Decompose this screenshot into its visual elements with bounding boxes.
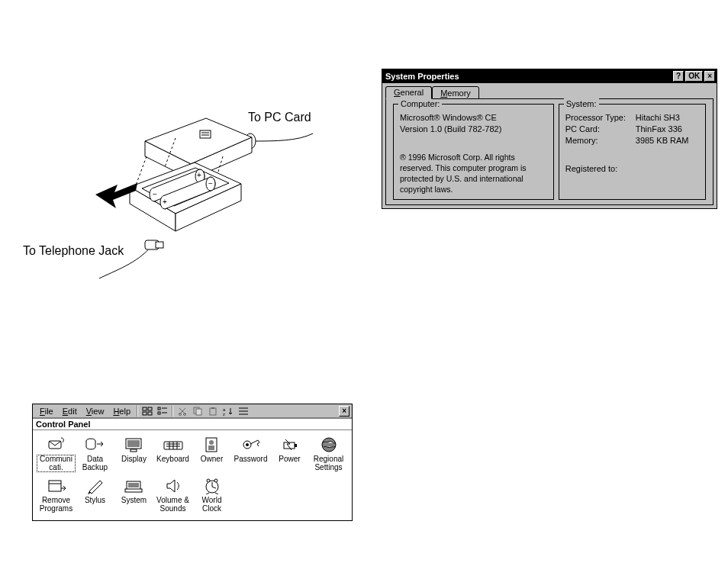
- titlebar: System Properties ? OK ×: [382, 69, 717, 83]
- svg-rect-1: [200, 130, 211, 138]
- label-pccard: PC Card:: [565, 124, 636, 135]
- system-properties-dialog: System Properties ? OK × General Memory …: [382, 69, 717, 209]
- svg-rect-21: [148, 412, 152, 415]
- svg-rect-24: [158, 412, 160, 414]
- label-registered-to: Registered to:: [565, 163, 699, 175]
- tabstrip: General Memory: [385, 86, 714, 99]
- cp-icon-grid: Communicati. Data Backup Display Keyboar…: [33, 430, 352, 520]
- close-button[interactable]: ×: [704, 71, 715, 82]
- svg-point-26: [179, 413, 182, 415]
- cp-caption: Control Panel: [33, 418, 352, 430]
- control-panel-window: File Edit View Help az × Control Panel: [32, 404, 353, 521]
- svg-point-55: [322, 438, 336, 452]
- label-to-telephone-jack: To Telephone Jack: [23, 244, 124, 258]
- icon-password[interactable]: Password: [232, 436, 269, 471]
- hardware-diagram: To PC Card To Telephone Jack: [23, 111, 343, 294]
- menu-help[interactable]: Help: [108, 406, 135, 417]
- icon-regional-settings[interactable]: Regional Settings: [310, 436, 347, 471]
- svg-rect-59: [128, 483, 139, 487]
- speaker-icon: [163, 478, 184, 494]
- help-button[interactable]: ?: [673, 71, 684, 82]
- svg-rect-29: [196, 409, 201, 415]
- icon-keyboard[interactable]: Keyboard: [154, 436, 192, 471]
- value-processor: Hitachi SH3: [636, 112, 680, 124]
- svg-rect-17: [156, 242, 163, 248]
- device-illustration: − + + −: [23, 111, 343, 294]
- svg-rect-30: [210, 408, 216, 415]
- globe-icon: [318, 436, 340, 453]
- ok-button[interactable]: OK: [685, 71, 703, 82]
- svg-point-52: [246, 443, 249, 446]
- toolbar-details[interactable]: [237, 405, 250, 417]
- icon-owner[interactable]: Owner: [193, 436, 230, 471]
- toolbar-small-icons[interactable]: [156, 405, 169, 417]
- svg-rect-20: [143, 412, 147, 415]
- power-icon: [279, 436, 301, 453]
- title-text: System Properties: [385, 72, 459, 81]
- label-processor: Processor Type:: [565, 112, 636, 124]
- svg-text:−: −: [153, 190, 157, 198]
- svg-point-64: [207, 479, 210, 482]
- display-icon: [124, 436, 145, 453]
- label-memory: Memory:: [565, 135, 636, 146]
- icon-system[interactable]: System: [115, 478, 153, 513]
- svg-rect-19: [148, 407, 152, 410]
- menubar: File Edit View Help az ×: [33, 404, 352, 418]
- svg-text:−: −: [208, 179, 213, 188]
- os-line1: Microsoft® Windows® CE: [400, 112, 547, 124]
- clock-icon: [201, 478, 223, 494]
- tab-general[interactable]: General: [385, 86, 432, 99]
- label-to-pc-card: To PC Card: [248, 111, 311, 124]
- copyright-text: ® 1996 Microsoft Corp. All rights reserv…: [400, 152, 547, 195]
- icon-remove-programs[interactable]: Remove Programs: [37, 478, 75, 513]
- svg-rect-50: [208, 446, 214, 450]
- toolbar-cut[interactable]: [176, 405, 189, 417]
- menu-view[interactable]: View: [82, 406, 109, 417]
- backup-icon: [85, 436, 106, 453]
- icon-data-backup[interactable]: Data Backup: [76, 436, 114, 471]
- toolbar-large-icons[interactable]: [140, 405, 154, 417]
- menu-edit[interactable]: Edit: [58, 406, 82, 417]
- toolbar-copy[interactable]: [191, 405, 205, 417]
- svg-text:+: +: [197, 171, 201, 179]
- icon-stylus[interactable]: Stylus: [76, 478, 114, 513]
- value-memory: 3985 KB RAM: [636, 135, 689, 146]
- svg-rect-22: [158, 407, 160, 410]
- group-computer: Computer: Microsoft® Windows® CE Version…: [393, 104, 554, 200]
- icon-power[interactable]: Power: [271, 436, 308, 471]
- svg-rect-60: [125, 489, 142, 492]
- cp-close-button[interactable]: ×: [339, 406, 350, 417]
- svg-text:+: +: [163, 198, 167, 206]
- svg-rect-40: [127, 440, 140, 447]
- system-icon: [124, 478, 145, 494]
- toolbar-sort[interactable]: az: [221, 405, 235, 417]
- icon-communications[interactable]: Communicati.: [37, 436, 75, 471]
- icon-volume-sounds[interactable]: Volume & Sounds: [154, 478, 192, 513]
- svg-text:z: z: [223, 412, 225, 416]
- svg-rect-31: [211, 407, 214, 409]
- toolbar-paste[interactable]: [206, 405, 220, 417]
- stylus-icon: [85, 478, 106, 494]
- value-pccard: ThinFax 336: [636, 124, 682, 135]
- keyboard-icon: [163, 436, 184, 453]
- tab-content: Computer: Microsoft® Windows® CE Version…: [385, 98, 714, 205]
- svg-rect-18: [143, 407, 147, 410]
- svg-point-49: [209, 440, 214, 445]
- menu-file[interactable]: File: [35, 406, 58, 417]
- svg-rect-41: [130, 449, 137, 452]
- svg-point-27: [184, 413, 186, 415]
- remove-programs-icon: [46, 478, 67, 494]
- svg-point-65: [214, 479, 217, 482]
- icon-world-clock[interactable]: World Clock: [193, 478, 230, 513]
- svg-rect-54: [295, 444, 297, 447]
- communication-icon: [46, 436, 67, 453]
- legend-system: System:: [564, 98, 599, 110]
- icon-display[interactable]: Display: [115, 436, 153, 471]
- tab-memory[interactable]: Memory: [432, 86, 479, 99]
- legend-computer: Computer:: [398, 98, 442, 110]
- password-icon: [240, 436, 262, 453]
- os-line2: Version 1.0 (Build 782-782): [400, 124, 547, 135]
- svg-rect-56: [49, 481, 61, 491]
- group-system: System: Processor Type:Hitachi SH3 PC Ca…: [559, 104, 706, 200]
- owner-icon: [201, 436, 223, 453]
